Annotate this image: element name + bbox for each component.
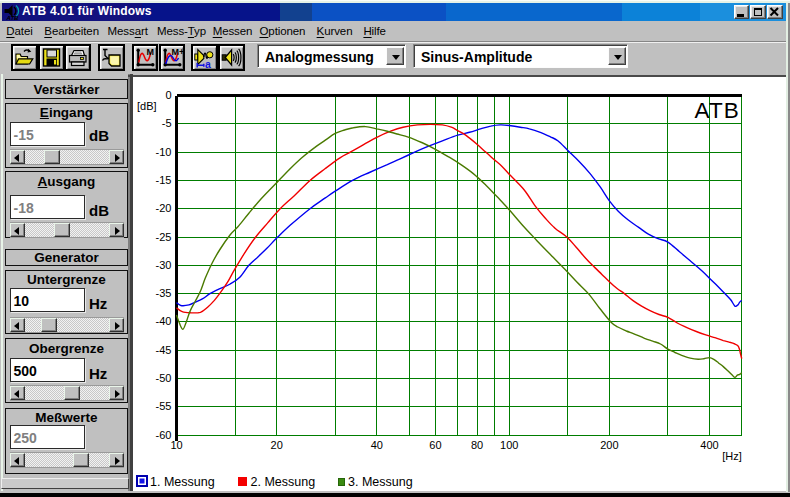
- svg-text:-5: -5: [162, 117, 172, 129]
- svg-text:100: 100: [500, 439, 518, 451]
- svg-text:400: 400: [700, 439, 718, 451]
- svg-text:M+: M+: [171, 47, 183, 57]
- svg-text:M: M: [146, 47, 154, 57]
- svg-text:80: 80: [471, 439, 483, 451]
- svg-text:10: 10: [170, 439, 182, 451]
- svg-text:20: 20: [271, 439, 283, 451]
- svg-text:-55: -55: [156, 400, 172, 412]
- svg-text:-25: -25: [156, 231, 172, 243]
- svg-text:ATB: ATB: [6, 15, 20, 21]
- svg-text:-15: -15: [156, 174, 172, 186]
- svg-text:-10: -10: [156, 146, 172, 158]
- svg-text:ATB: ATB: [695, 98, 740, 123]
- svg-text:-60: -60: [156, 429, 172, 441]
- svg-text:-45: -45: [156, 344, 172, 356]
- svg-text:-50: -50: [156, 372, 172, 384]
- svg-text:[dB]: [dB]: [137, 100, 157, 112]
- svg-text:60: 60: [429, 439, 441, 451]
- svg-text:200: 200: [600, 439, 618, 451]
- svg-text:-30: -30: [156, 259, 172, 271]
- svg-text:-35: -35: [156, 287, 172, 299]
- svg-text:-20: -20: [156, 202, 172, 214]
- svg-text:[Hz]: [Hz]: [722, 450, 742, 462]
- svg-text:a: a: [205, 58, 211, 68]
- svg-text:40: 40: [371, 439, 383, 451]
- svg-text:-40: -40: [156, 315, 172, 327]
- svg-text:0: 0: [165, 89, 171, 101]
